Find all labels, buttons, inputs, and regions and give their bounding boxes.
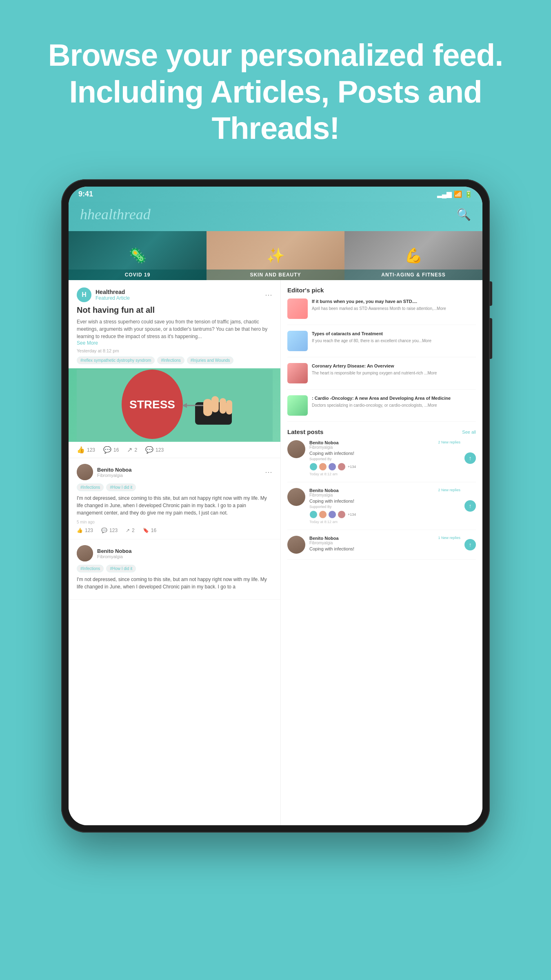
user-post-2: Benito Noboa Fibromyalgia #Infections #H… xyxy=(69,539,280,600)
supporter-dot-2c xyxy=(328,510,336,519)
reply-icon: 💬 xyxy=(145,446,153,454)
post-header: H Healthread Featured Article ⋯ xyxy=(77,287,272,302)
latest-post-1: Benito Noboa 2 New replies Fibromyalgia … xyxy=(287,440,476,482)
user-shares-1[interactable]: ↗ 2 xyxy=(126,528,135,533)
latest-content-2: Benito Noboa 2 New replies Fibromyalgia … xyxy=(309,488,460,524)
pick-title-3: Coronary Artery Disease: An Overview xyxy=(312,363,476,369)
user-comments-1[interactable]: 💬 123 xyxy=(101,528,118,533)
status-bar: 9:41 ▂▄▆ 📶 🔋 xyxy=(69,187,482,202)
user-tags-1: #Infections #How I did it xyxy=(77,483,272,491)
post-title: Not having fun at all xyxy=(77,305,272,315)
search-icon[interactable]: 🔍 xyxy=(457,208,471,221)
user-info-1: Benito Noboa Fibromyalgia xyxy=(97,467,132,478)
editor-pick-3[interactable]: Coronary Artery Disease: An Overview The… xyxy=(287,363,476,390)
supporter-dot-1c xyxy=(328,463,336,471)
likes-count: 123 xyxy=(87,447,95,453)
feed: H Healthread Featured Article ⋯ Not havi… xyxy=(69,280,281,825)
user-bookmarks-1[interactable]: 🔖 16 xyxy=(143,528,156,533)
editors-pick-section: Editor's pick If it burns when you pee, … xyxy=(287,287,476,422)
supporters-2: +134 xyxy=(309,510,460,519)
status-icons: ▂▄▆ 📶 🔋 xyxy=(437,190,473,198)
supporter-dot-1b xyxy=(319,463,327,471)
pick-title-4: : Cardio -Oncology: A new Area and Devel… xyxy=(312,395,476,401)
latest-condition-2: Fibromyalgia xyxy=(309,493,460,497)
user-post-header-1: Benito Noboa Fibromyalgia ⋯ xyxy=(77,464,272,480)
user-tag-2a[interactable]: #Infections xyxy=(77,565,104,572)
editor-pick-4[interactable]: : Cardio -Oncology: A new Area and Devel… xyxy=(287,395,476,422)
latest-header-2: Benito Noboa 2 New replies xyxy=(309,488,460,493)
tag-3[interactable]: #Injuries and Wounds xyxy=(187,356,234,364)
pick-content-3: Coronary Artery Disease: An Overview The… xyxy=(312,363,476,383)
stress-illustration: STRESS xyxy=(69,368,280,442)
post-meta: Healthread Featured Article xyxy=(96,289,265,301)
user-info-2: Benito Noboa Fibromyalgia xyxy=(97,548,132,559)
tablet-screen: 9:41 ▂▄▆ 📶 🔋 hhealthread 🔍 🦠 xyxy=(69,187,482,825)
main-content: H Healthread Featured Article ⋯ Not havi… xyxy=(69,280,482,825)
latest-avatar-3 xyxy=(287,536,305,554)
category-aging[interactable]: 💪 ANTI-AGING & FITNESS xyxy=(344,231,482,280)
user-tag-1b[interactable]: #How I did it xyxy=(106,483,136,491)
pick-title-1: If it burns when you pee, you may have a… xyxy=(312,298,476,304)
pick-content-1: If it burns when you pee, you may have a… xyxy=(312,298,476,319)
bookmark-icon-1: 🔖 xyxy=(143,528,149,533)
reply-button-2[interactable]: ↑ xyxy=(464,500,476,512)
see-all-button[interactable]: See all xyxy=(462,430,476,434)
tag-1[interactable]: #reflex sympathetic dystrophy syndrom xyxy=(77,356,155,364)
comments-count: 16 xyxy=(113,447,119,453)
user-likes-1[interactable]: 👍 123 xyxy=(77,528,93,533)
share-icon: ↗ xyxy=(127,446,132,454)
latest-time-2: Today at 8:12 am xyxy=(309,520,460,524)
app-header: hhealthread 🔍 xyxy=(69,202,482,231)
user-tag-2b[interactable]: #How I did it xyxy=(106,565,136,572)
category-skin-label: SKIN AND BEAUTY xyxy=(207,270,344,280)
supporter-dot-2d xyxy=(338,510,346,519)
user-likes-count-1: 123 xyxy=(85,528,93,533)
featured-avatar: H xyxy=(77,287,91,302)
svg-rect-7 xyxy=(226,400,232,414)
reply-button-1[interactable]: ↑ xyxy=(464,452,476,464)
latest-post-2: Benito Noboa 2 New replies Fibromyalgia … xyxy=(287,488,476,530)
latest-posts-section: Latest posts See all Benito Noboa 2 New … xyxy=(287,428,476,560)
latest-avatar-2 xyxy=(287,488,305,506)
user-post-body-1: I'm not depressed, since coming to this … xyxy=(77,494,272,517)
replies-action[interactable]: 💬 123 xyxy=(145,446,164,454)
comments-action[interactable]: 💬 16 xyxy=(103,446,119,454)
supporter-dot-1d xyxy=(338,463,346,471)
user-comments-count-1: 123 xyxy=(109,528,118,533)
likes-action[interactable]: 👍 123 xyxy=(77,446,95,454)
app-logo: hhealthread xyxy=(80,206,151,223)
post-options-button[interactable]: ⋯ xyxy=(265,290,272,299)
pick-thumb-1 xyxy=(287,298,308,319)
wifi-icon: 📶 xyxy=(454,190,462,198)
hero-section: Browse your personalized feed. Including… xyxy=(0,0,551,167)
user-post-time-1: 5 min ago xyxy=(77,520,272,524)
comment-icon-1: 💬 xyxy=(101,528,107,533)
category-skin[interactable]: ✨ SKIN AND BEAUTY xyxy=(207,231,344,280)
editor-pick-2[interactable]: Types of cataracts and Treatment If you … xyxy=(287,331,476,357)
svg-rect-5 xyxy=(211,396,219,412)
latest-header-3: Benito Noboa 1 New replies xyxy=(309,536,460,541)
see-more-button[interactable]: See More xyxy=(77,340,272,346)
tag-2[interactable]: #Infections xyxy=(157,356,184,364)
pick-content-4: : Cardio -Oncology: A new Area and Devel… xyxy=(312,395,476,416)
latest-title-2: Coping with infections! xyxy=(309,499,460,503)
user-post-options-1[interactable]: ⋯ xyxy=(265,468,272,477)
user-tags-2: #Infections #How I did it xyxy=(77,565,272,572)
like-icon: 👍 xyxy=(77,446,85,454)
svg-text:STRESS: STRESS xyxy=(129,398,175,411)
hero-title: Browse your personalized feed. Including… xyxy=(41,37,510,147)
user-post-header-2: Benito Noboa Fibromyalgia xyxy=(77,545,272,561)
category-covid[interactable]: 🦠 COVID 19 xyxy=(69,231,207,280)
editor-pick-1[interactable]: If it burns when you pee, you may have a… xyxy=(287,298,476,325)
user-tag-1a[interactable]: #Infections xyxy=(77,483,104,491)
user-avatar-2 xyxy=(77,545,93,561)
supporters-1: +134 xyxy=(309,463,460,471)
user-avatar-1 xyxy=(77,464,93,480)
shares-action[interactable]: ↗ 2 xyxy=(127,446,137,454)
reply-button-3[interactable]: ↑ xyxy=(464,539,476,550)
pick-text-4: Doctors specializing in cardio-oncology,… xyxy=(312,403,476,408)
battery-icon: 🔋 xyxy=(464,190,473,198)
latest-avatar-1 xyxy=(287,440,305,458)
logo-text: healthread xyxy=(87,206,151,223)
latest-content-3: Benito Noboa 1 New replies Fibromyalgia … xyxy=(309,536,460,552)
